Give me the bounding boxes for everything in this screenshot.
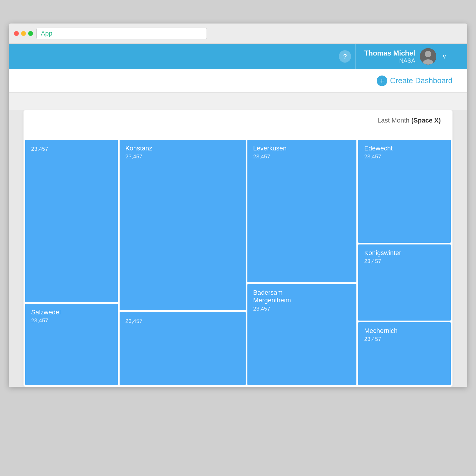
help-section: ? <box>335 44 356 69</box>
filter-month: Last Month <box>378 117 410 124</box>
gray-spacer <box>9 93 467 110</box>
cell-value: 23,457 <box>253 306 351 312</box>
user-org: NASA <box>364 57 415 64</box>
avatar-image <box>420 48 436 65</box>
cell-name: Königswinter <box>364 249 445 257</box>
dashboard-card: Last Month (Space X) 23,457 Salzwedel 23… <box>24 110 452 387</box>
app-window: App ? Thomas Michel NASA ∨ <box>9 24 467 387</box>
cell-value: 23,457 <box>364 258 445 264</box>
cell-value: 23,457 <box>253 153 351 160</box>
cell-value: 23,457 <box>31 317 112 324</box>
cell-value: 23,457 <box>364 153 445 160</box>
treemap-cell-mechernich[interactable]: Mechernich 23,457 <box>358 322 451 385</box>
minimize-button[interactable] <box>21 31 26 36</box>
cell-name: Leverkusen <box>253 145 351 152</box>
treemap: 23,457 Salzwedel 23,457 Konstanz 23,457 <box>24 140 452 387</box>
treemap-cell-col1-r2[interactable]: 23,457 <box>120 312 246 385</box>
treemap-col-3: Edewecht 23,457 Königswinter 23,457 Mech… <box>358 140 451 385</box>
treemap-cell-konstanz[interactable]: Konstanz 23,457 <box>120 140 246 310</box>
address-bar-text: App <box>41 30 52 37</box>
question-icon: ? <box>343 53 347 60</box>
treemap-col-2: Leverkusen 23,457 BadersamMergentheim 23… <box>247 140 357 385</box>
address-bar[interactable]: App <box>36 28 207 39</box>
user-name: Thomas Michel <box>364 49 415 57</box>
chevron-down-icon: ∨ <box>442 53 447 60</box>
cell-name: Mechernich <box>364 327 445 335</box>
cell-value: 23,457 <box>31 146 112 152</box>
cell-name: BadersamMergentheim <box>253 289 351 304</box>
treemap-col-1: Konstanz 23,457 23,457 <box>120 140 246 385</box>
titlebar: App <box>9 24 467 44</box>
treemap-cell-leverkusen[interactable]: Leverkusen 23,457 <box>247 140 357 282</box>
cell-value: 23,457 <box>125 318 240 324</box>
subheader: + Create Dashboard <box>9 69 467 93</box>
card-header: Last Month (Space X) <box>24 110 452 131</box>
treemap-cell-col0-r1[interactable]: 23,457 <box>25 140 118 302</box>
user-menu[interactable]: Thomas Michel NASA ∨ <box>356 44 455 69</box>
filter-org: (Space X) <box>411 117 441 124</box>
cell-name: Salzwedel <box>31 309 112 316</box>
treemap-cell-konigswinter[interactable]: Königswinter 23,457 <box>358 244 451 321</box>
navbar: ? Thomas Michel NASA ∨ <box>9 44 467 69</box>
cell-value: 23,457 <box>364 336 445 342</box>
cell-name: Edewecht <box>364 145 445 152</box>
filter-label: Last Month (Space X) <box>378 117 441 124</box>
help-button[interactable]: ? <box>339 50 351 63</box>
cell-value: 23,457 <box>125 153 240 160</box>
user-info: Thomas Michel NASA <box>364 49 415 64</box>
plus-icon: + <box>377 76 387 86</box>
create-dashboard-label: Create Dashboard <box>390 76 452 85</box>
create-dashboard-button[interactable]: + Create Dashboard <box>377 76 452 86</box>
maximize-button[interactable] <box>28 31 33 36</box>
treemap-container: 23,457 Salzwedel 23,457 Konstanz 23,457 <box>24 131 452 387</box>
svg-point-1 <box>425 51 431 57</box>
avatar <box>420 48 436 65</box>
treemap-col-0: 23,457 Salzwedel 23,457 <box>25 140 118 385</box>
treemap-cell-badersam[interactable]: BadersamMergentheim 23,457 <box>247 284 357 385</box>
close-button[interactable] <box>14 31 19 36</box>
treemap-cell-salzwedel[interactable]: Salzwedel 23,457 <box>25 304 118 385</box>
cell-name: Konstanz <box>125 145 240 152</box>
treemap-cell-edewecht[interactable]: Edewecht 23,457 <box>358 140 451 243</box>
window-controls <box>14 31 33 36</box>
